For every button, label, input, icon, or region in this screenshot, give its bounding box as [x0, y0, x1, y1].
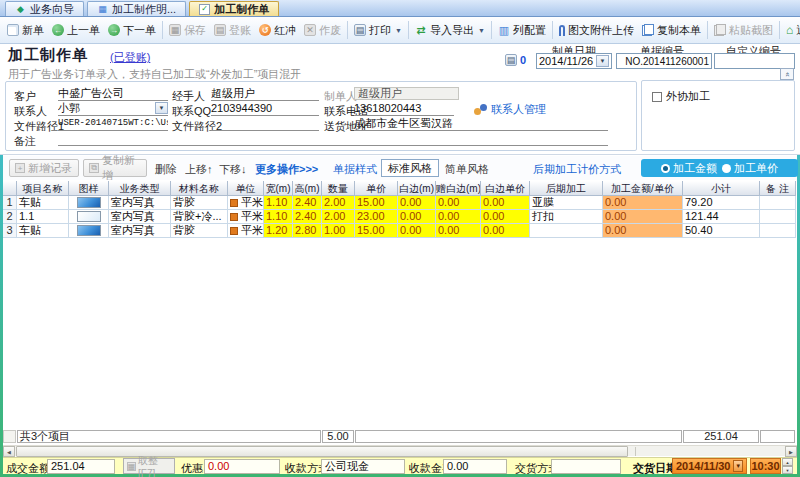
- cell-h[interactable]: 2.40: [293, 210, 322, 224]
- cell-w[interactable]: 1.10: [264, 210, 293, 224]
- tab-process-detail[interactable]: ▦ 加工制作明...: [87, 1, 186, 16]
- deal-amount-input[interactable]: 251.04: [47, 459, 115, 474]
- cell-post[interactable]: [530, 224, 603, 238]
- row-selector[interactable]: 3: [3, 224, 17, 238]
- cell-name[interactable]: 车贴: [17, 196, 69, 210]
- collapse-panel-button[interactable]: «: [780, 68, 794, 80]
- copy-order-button[interactable]: 复制本单: [638, 19, 705, 41]
- cell-unit[interactable]: 平米: [228, 224, 264, 238]
- discount-input[interactable]: 0.00: [204, 459, 280, 474]
- spinner-down-button[interactable]: ▼: [782, 466, 793, 474]
- cell-unit[interactable]: 平米: [228, 196, 264, 210]
- cell-remark[interactable]: [760, 196, 796, 210]
- date-dropdown-button[interactable]: ▼: [596, 55, 609, 67]
- cell-w[interactable]: 1.20: [264, 224, 293, 238]
- column-config-button[interactable]: ▥ 列配置: [494, 19, 550, 41]
- scroll-thumb[interactable]: [16, 446, 628, 457]
- outsource-option[interactable]: 外协加工: [652, 89, 710, 104]
- cell-edge_price[interactable]: 0.00: [481, 210, 530, 224]
- cell-qty[interactable]: 1.00: [322, 224, 355, 238]
- contact-manager-link[interactable]: 联系人管理: [474, 102, 546, 117]
- pricing-option-amount[interactable]: 加工金额: [661, 161, 717, 176]
- cell-subtotal[interactable]: 79.20: [683, 196, 760, 210]
- cell-material[interactable]: 背胶: [171, 224, 228, 238]
- cell-edge_price[interactable]: 0.00: [481, 224, 530, 238]
- cell-remark[interactable]: [760, 210, 796, 224]
- delivery-date-dropdown[interactable]: 2014/11/30 ▼: [672, 458, 747, 474]
- cell-name[interactable]: 1.1: [17, 210, 69, 224]
- doc-style-link[interactable]: 单据样式: [333, 162, 377, 177]
- red-flush-button[interactable]: ↺ 红冲: [255, 19, 300, 41]
- chevron-down-icon[interactable]: ▼: [733, 460, 743, 472]
- print-button[interactable]: ▤ 打印 ▼: [350, 19, 406, 41]
- cell-post[interactable]: 打扣: [530, 210, 603, 224]
- registered-status-link[interactable]: (已登账): [110, 50, 150, 65]
- cell-post_amt[interactable]: 0.00: [603, 196, 683, 210]
- cell-post_amt[interactable]: 0.00: [603, 224, 683, 238]
- remark-field[interactable]: [58, 132, 608, 146]
- pattern-thumbnail[interactable]: [77, 225, 101, 236]
- cell-gift_edge[interactable]: 0.00: [436, 224, 481, 238]
- filepath1-field[interactable]: USER-20140715WT:C:\Users: [58, 117, 168, 131]
- contact-dropdown-button[interactable]: ▼: [155, 102, 168, 114]
- simple-style-toggle[interactable]: 简单风格: [445, 162, 489, 177]
- cell-qty[interactable]: 2.00: [322, 210, 355, 224]
- pattern-thumbnail[interactable]: [77, 197, 101, 208]
- cell-price[interactable]: 15.00: [355, 196, 398, 210]
- exit-button[interactable]: ⌂ 退出: [782, 19, 800, 41]
- spinner-up-button[interactable]: ▲: [782, 458, 793, 466]
- cell-price[interactable]: 23.00: [355, 210, 398, 224]
- h-scrollbar[interactable]: ◀ ▶: [3, 445, 797, 456]
- pricing-option-unit-price[interactable]: 加工单价: [722, 161, 778, 176]
- attachment-upload-button[interactable]: 图文附件上传: [555, 19, 638, 41]
- payment-method-input[interactable]: 公司现金: [321, 459, 405, 474]
- received-amount-input[interactable]: 0.00: [443, 459, 507, 474]
- prev-order-button[interactable]: ← 上一单: [48, 19, 104, 41]
- cell-qty[interactable]: 2.00: [322, 196, 355, 210]
- contact-combobox[interactable]: 小郭: [58, 102, 168, 116]
- cell-biz[interactable]: 室内写真: [109, 210, 171, 224]
- scroll-right-button[interactable]: ▶: [785, 446, 797, 457]
- delivery-time-input[interactable]: 10:30: [750, 458, 781, 474]
- custom-number-input[interactable]: [714, 53, 795, 69]
- move-down-button[interactable]: 下移↓: [219, 162, 247, 177]
- cell-gift_edge[interactable]: 0.00: [436, 196, 481, 210]
- qq-field[interactable]: 2103944390: [211, 102, 319, 116]
- cell-remark[interactable]: [760, 224, 796, 238]
- cell-material[interactable]: 背胶: [171, 196, 228, 210]
- handler-field[interactable]: 超级用户: [211, 87, 319, 101]
- cell-edge[interactable]: 0.00: [398, 210, 436, 224]
- next-order-button[interactable]: → 下一单: [104, 19, 160, 41]
- cell-img[interactable]: [69, 224, 109, 238]
- cell-biz[interactable]: 室内写真: [109, 224, 171, 238]
- cell-h[interactable]: 2.80: [293, 224, 322, 238]
- cell-name[interactable]: 车贴: [17, 224, 69, 238]
- filepath2-field[interactable]: [211, 117, 319, 131]
- cell-subtotal[interactable]: 121.44: [683, 210, 760, 224]
- cell-subtotal[interactable]: 50.40: [683, 224, 760, 238]
- cell-gift_edge[interactable]: 0.00: [436, 210, 481, 224]
- cell-w[interactable]: 1.10: [264, 196, 293, 210]
- cell-unit[interactable]: 平米: [228, 210, 264, 224]
- more-actions-link[interactable]: 更多操作>>>: [255, 162, 318, 177]
- cell-edge[interactable]: 0.00: [398, 224, 436, 238]
- cell-img[interactable]: [69, 196, 109, 210]
- import-export-button[interactable]: ⇄ 导入导出 ▼: [411, 19, 489, 41]
- tab-process-order[interactable]: ✓ 加工制作单: [189, 1, 279, 16]
- delivery-address-field[interactable]: 成都市金牛区蜀汉路: [354, 117, 608, 131]
- cell-post[interactable]: 亚膜: [530, 196, 603, 210]
- phone-field[interactable]: 13618020443: [354, 102, 454, 116]
- row-selector[interactable]: 1: [3, 196, 17, 210]
- standard-style-toggle[interactable]: 标准风格: [381, 159, 439, 177]
- delete-row-button[interactable]: 删除: [155, 162, 177, 177]
- cell-edge_price[interactable]: 0.00: [481, 196, 530, 210]
- new-order-button[interactable]: 新单: [3, 19, 48, 41]
- move-up-button[interactable]: 上移↑: [185, 162, 213, 177]
- cell-h[interactable]: 2.40: [293, 196, 322, 210]
- pattern-thumbnail[interactable]: [77, 211, 101, 222]
- cell-post_amt[interactable]: 0.00: [603, 210, 683, 224]
- cell-material[interactable]: 背胶+冷...: [171, 210, 228, 224]
- cell-img[interactable]: [69, 210, 109, 224]
- customer-field[interactable]: 中盛广告公司: [58, 87, 168, 101]
- cell-price[interactable]: 15.00: [355, 224, 398, 238]
